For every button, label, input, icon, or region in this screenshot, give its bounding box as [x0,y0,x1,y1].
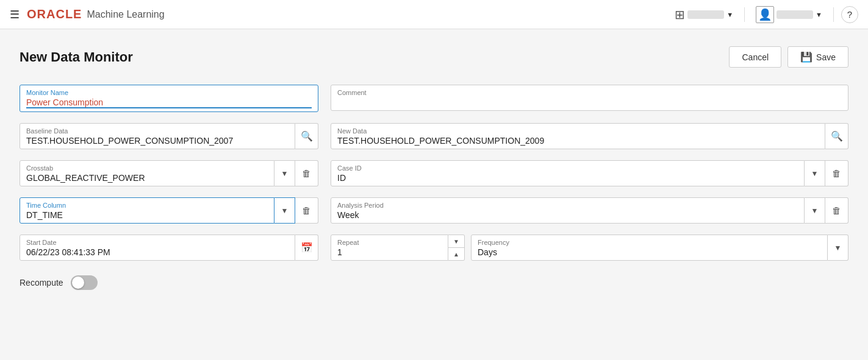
repeat-decrement-button[interactable]: ▼ [448,235,464,247]
header-divider-2 [833,7,834,22]
frequency-dropdown-button[interactable]: ▼ [828,235,848,261]
time-column-group: Time Column DT_TIME ▼ 🗑 [20,197,318,224]
analysis-period-delete-button[interactable]: 🗑 [825,197,848,224]
main-content: New Data Monitor Cancel 💾 Save Monitor N… [0,29,868,307]
save-button[interactable]: 💾 Save [787,46,848,68]
toggle-thumb [72,277,84,289]
comment-label: Comment [337,89,842,96]
comment-wrapper[interactable]: Comment [331,85,848,111]
frequency-field-group: Frequency Days ▼ [471,235,848,261]
analysis-period-value: Week [337,210,798,220]
new-data-col: New Data 🔍 [331,123,848,149]
apps-button[interactable]: ⊞ ▼ [671,5,737,24]
comment-group: Comment [331,85,848,111]
start-date-wrapper: Start Date [20,235,295,261]
form-row-4: Time Column DT_TIME ▼ 🗑 Analysis Period … [20,197,848,224]
start-date-col: Start Date 📅 [20,235,318,261]
baseline-data-group: Baseline Data 🔍 [20,123,318,149]
monitor-name-label: Monitor Name [26,89,312,96]
form-row-1: Monitor Name Comment [20,85,848,112]
recompute-toggle[interactable] [71,275,98,290]
repeat-frequency-col: Repeat ▼ ▲ Frequency Days [331,235,848,261]
time-column-label: Time Column [26,202,268,209]
ml-text: Machine Learning [87,9,164,20]
case-id-col: Case ID ID ▼ 🗑 [331,160,848,186]
frequency-label: Frequency [478,239,821,246]
case-id-dropdown-button[interactable]: ▼ [805,160,825,186]
oracle-text: ORACLE [27,7,82,21]
help-button[interactable]: ? [841,6,858,23]
header-left: ☰ ORACLE Machine Learning [10,7,165,21]
baseline-data-wrapper: Baseline Data [20,123,295,149]
analysis-period-col: Analysis Period Week ▼ 🗑 [331,197,848,224]
case-id-value: ID [337,173,798,183]
page-title-row: New Data Monitor Cancel 💾 Save [20,46,848,68]
analysis-period-label: Analysis Period [337,202,798,209]
user-name-placeholder [777,10,813,19]
case-id-group: Case ID ID ▼ 🗑 [331,160,848,186]
time-column-delete-button[interactable]: 🗑 [295,197,318,224]
start-date-calendar-button[interactable]: 📅 [295,235,318,261]
analysis-period-dropdown-button[interactable]: ▼ [805,197,825,224]
crosstab-col: Crosstab GLOBAL_REACTIVE_POWER ▼ 🗑 [20,160,318,186]
start-date-input[interactable] [26,247,289,257]
recompute-label: Recompute [20,278,63,288]
time-column-value: DT_TIME [26,210,268,220]
new-data-search-button[interactable]: 🔍 [825,123,848,149]
save-label: Save [816,52,836,62]
form-row-3: Crosstab GLOBAL_REACTIVE_POWER ▼ 🗑 Case … [20,160,848,186]
start-date-group: Start Date 📅 [20,235,318,261]
form-row-5: Start Date 📅 Repeat ▼ [20,235,848,261]
time-column-dropdown-button[interactable]: ▼ [274,197,295,224]
repeat-wrapper: Repeat [331,235,448,261]
case-id-wrapper: Case ID ID [331,160,805,186]
baseline-data-input[interactable] [26,136,289,146]
monitor-name-wrapper[interactable]: Monitor Name [20,85,318,112]
cancel-button[interactable]: Cancel [729,46,781,68]
crosstab-dropdown-button[interactable]: ▼ [274,160,295,186]
new-data-input[interactable] [337,136,819,146]
analysis-period-wrapper: Analysis Period Week [331,197,805,224]
monitor-name-input[interactable] [26,97,312,108]
new-data-group: New Data 🔍 [331,123,848,149]
header-right: ⊞ ▼ 👤 ▼ ? [671,4,858,26]
repeat-input[interactable] [337,247,442,257]
baseline-data-search-button[interactable]: 🔍 [295,123,318,149]
baseline-data-col: Baseline Data 🔍 [20,123,318,149]
form: Monitor Name Comment Basel [20,85,848,290]
oracle-logo: ORACLE Machine Learning [27,7,165,21]
frequency-wrapper: Frequency Days [471,235,828,261]
profile-button[interactable]: 👤 ▼ [752,4,826,26]
comment-col: Comment [331,85,848,112]
new-data-label: New Data [337,127,819,135]
monitor-name-col: Monitor Name [20,85,318,112]
crosstab-wrapper: Crosstab GLOBAL_REACTIVE_POWER [20,160,274,186]
repeat-increment-button[interactable]: ▲ [448,248,464,260]
crosstab-value: GLOBAL_REACTIVE_POWER [26,173,268,183]
page-title: New Data Monitor [20,49,133,65]
start-date-label: Start Date [26,239,289,246]
repeat-stepper: ▼ ▲ [448,235,465,261]
crosstab-label: Crosstab [26,164,268,172]
crosstab-group: Crosstab GLOBAL_REACTIVE_POWER ▼ 🗑 [20,160,318,186]
repeat-label: Repeat [337,239,442,246]
analysis-period-group: Analysis Period Week ▼ 🗑 [331,197,848,224]
time-column-col: Time Column DT_TIME ▼ 🗑 [20,197,318,224]
time-column-wrapper: Time Column DT_TIME [20,197,274,224]
repeat-field-group: Repeat ▼ ▲ [331,235,465,261]
comment-input[interactable] [337,97,842,107]
repeat-frequency-group: Repeat ▼ ▲ Frequency Days [331,235,848,261]
header-divider [744,7,745,22]
frequency-value: Days [478,247,821,257]
crosstab-delete-button[interactable]: 🗑 [295,160,318,186]
baseline-data-label: Baseline Data [26,127,289,135]
case-id-label: Case ID [337,164,798,172]
menu-icon[interactable]: ☰ [10,8,20,21]
form-row-2: Baseline Data 🔍 New Data 🔍 [20,123,848,149]
new-data-wrapper: New Data [331,123,825,149]
app-header: ☰ ORACLE Machine Learning ⊞ ▼ 👤 ▼ ? [0,0,868,29]
case-id-delete-button[interactable]: 🗑 [825,160,848,186]
monitor-name-group: Monitor Name [20,85,318,112]
page-actions: Cancel 💾 Save [729,46,848,68]
save-icon: 💾 [800,51,812,63]
